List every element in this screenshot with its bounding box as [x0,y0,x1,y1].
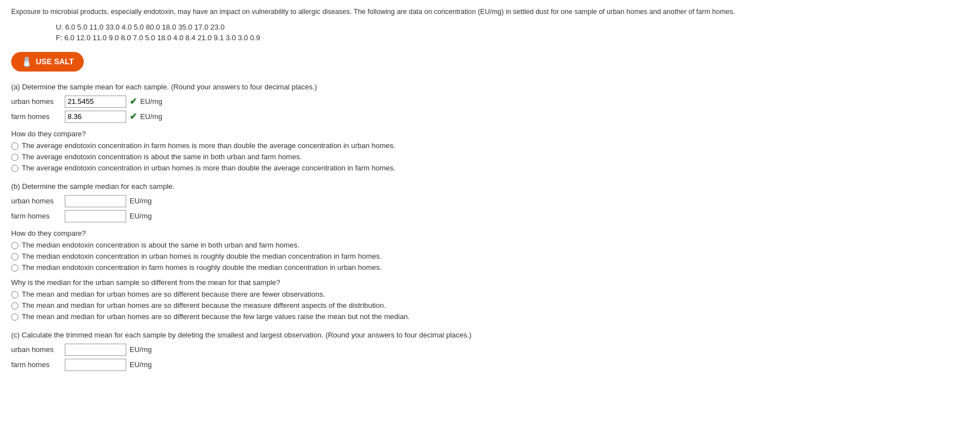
part-c-farm-row: farm homes EU/mg [11,359,969,371]
part-c-farm-input[interactable] [65,359,126,371]
part-b-section: (b) Determine the sample median for each… [11,182,969,321]
part-b-farm-unit: EU/mg [130,212,152,220]
part-b-urban-row: urban homes EU/mg [11,195,969,207]
part-a-option-2-text: The average endotoxin concentration is a… [22,153,302,161]
part-b-option-2-text: The median endotoxin concentration in ur… [22,252,382,260]
part-a-urban-label: urban homes [11,97,61,106]
urban-data-row: U: 6.0 5.0 11.0 33.0 4.0 5.0 80.0 18.0 3… [56,23,969,31]
farm-data-row: F: 6.0 12.0 11.0 9.0 8.0 7.0 5.0 18.0 4.… [56,34,969,42]
use-salt-button[interactable]: 🧂 USE SALT [11,52,84,72]
part-a-compare: How do they compare? The average endotox… [11,130,969,172]
part-c-title: (c) Calculate the trimmed mean for each … [11,331,969,339]
part-a-radio-2[interactable] [11,154,18,161]
part-b-farm-label: farm homes [11,212,61,220]
part-b-why-option-2-text: The mean and median for urban homes are … [22,301,386,310]
part-a-farm-label: farm homes [11,112,61,121]
part-a-urban-check: ✔ [130,96,137,107]
part-b-compare: How do they compare? The median endotoxi… [11,229,969,272]
urban-data-values: 6.0 5.0 11.0 33.0 4.0 5.0 80.0 18.0 35.0… [65,23,225,31]
part-b-option-1: The median endotoxin concentration is ab… [11,241,969,249]
part-b-why-option-3: The mean and median for urban homes are … [11,312,969,321]
part-a-option-2: The average endotoxin concentration is a… [11,153,969,161]
part-a-option-3-text: The average endotoxin concentration in u… [22,164,395,172]
part-b-option-1-text: The median endotoxin concentration is ab… [22,241,299,249]
part-a-farm-unit: EU/mg [140,112,162,121]
part-a-section: (a) Determine the sample mean for each s… [11,83,969,172]
part-b-why-radio-1[interactable] [11,291,18,298]
part-a-title: (a) Determine the sample mean for each s… [11,83,969,91]
part-b-why-radio-2[interactable] [11,302,18,310]
urban-data-label: U: [56,23,63,31]
part-b-option-3: The median endotoxin concentration in fa… [11,263,969,272]
part-a-option-1: The average endotoxin concentration in f… [11,141,969,150]
farm-data-values: 6.0 12.0 11.0 9.0 8.0 7.0 5.0 18.0 4.0 8… [64,34,260,42]
part-a-compare-title: How do they compare? [11,130,969,138]
part-c-urban-row: urban homes EU/mg [11,344,969,356]
part-a-farm-row: farm homes ✔ EU/mg [11,111,969,123]
part-b-title: (b) Determine the sample median for each… [11,182,969,191]
part-b-why-radio-3[interactable] [11,313,18,321]
part-b-urban-input[interactable] [65,195,126,207]
part-b-urban-unit: EU/mg [130,197,152,205]
part-c-farm-label: farm homes [11,360,61,369]
part-b-compare-title: How do they compare? [11,229,969,237]
salt-icon: 🧂 [21,56,32,67]
part-b-radio-1[interactable] [11,242,18,249]
part-a-farm-input[interactable] [65,111,126,123]
part-b-why-option-2: The mean and median for urban homes are … [11,301,969,310]
part-a-farm-check: ✔ [130,111,137,122]
farm-data-label: F: [56,34,63,42]
part-c-urban-unit: EU/mg [130,345,152,354]
part-b-why: Why is the median for the urban sample s… [11,278,969,321]
part-a-urban-unit: EU/mg [140,97,162,106]
part-b-option-2: The median endotoxin concentration in ur… [11,252,969,260]
part-b-option-3-text: The median endotoxin concentration in fa… [22,263,382,272]
use-salt-label: USE SALT [36,57,74,66]
part-b-why-option-1-text: The mean and median for urban homes are … [22,290,325,298]
part-b-why-option-3-text: The mean and median for urban homes are … [22,312,410,321]
part-c-urban-input[interactable] [65,344,126,356]
part-c-section: (c) Calculate the trimmed mean for each … [11,331,969,371]
part-a-radio-1[interactable] [11,142,18,150]
part-a-urban-row: urban homes ✔ EU/mg [11,96,969,108]
part-a-urban-input[interactable] [65,96,126,108]
part-a-option-3: The average endotoxin concentration in u… [11,164,969,172]
part-b-farm-input[interactable] [65,210,126,222]
part-a-radio-3[interactable] [11,165,18,172]
part-b-farm-row: farm homes EU/mg [11,210,969,222]
part-c-farm-unit: EU/mg [130,360,152,369]
part-b-radio-3[interactable] [11,264,18,272]
part-b-why-option-1: The mean and median for urban homes are … [11,290,969,298]
part-b-radio-2[interactable] [11,253,18,260]
part-c-urban-label: urban homes [11,345,61,354]
part-a-option-1-text: The average endotoxin concentration in f… [22,141,395,150]
intro-text: Exposure to microbial products, especial… [11,7,969,17]
part-b-why-title: Why is the median for the urban sample s… [11,278,969,287]
part-b-urban-label: urban homes [11,197,61,205]
